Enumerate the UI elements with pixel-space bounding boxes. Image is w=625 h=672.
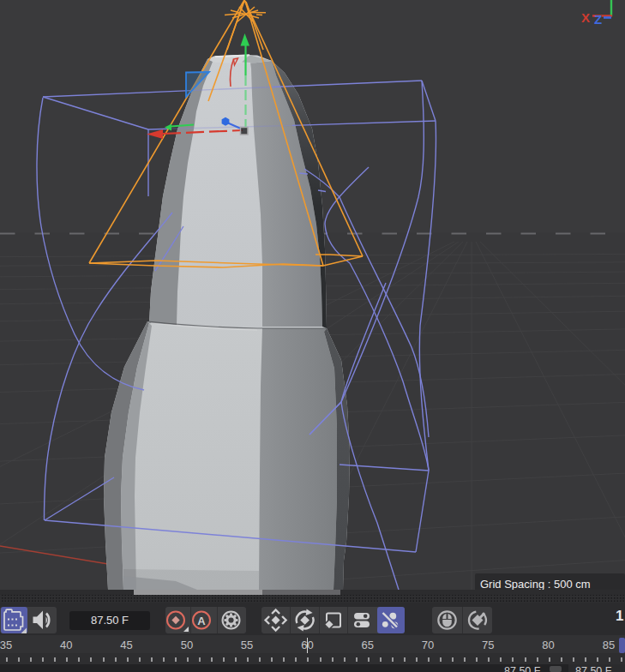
svg-text:Z: Z (594, 12, 602, 27)
svg-text:X: X (581, 10, 590, 25)
svg-text:A: A (197, 615, 206, 627)
svg-text:Grid Spacing : 500 cm: Grid Spacing : 500 cm (480, 578, 591, 590)
